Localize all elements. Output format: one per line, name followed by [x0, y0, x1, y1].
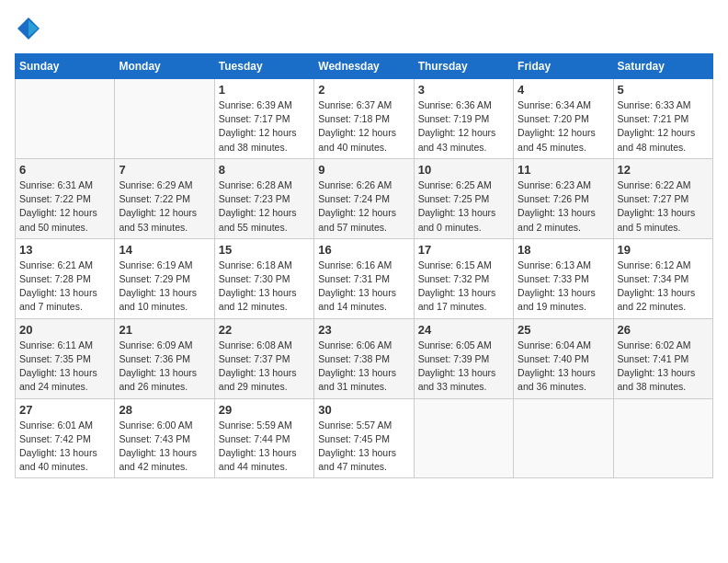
calendar-cell: 23Sunrise: 6:06 AMSunset: 7:38 PMDayligh…	[314, 318, 414, 398]
calendar-cell: 10Sunrise: 6:25 AMSunset: 7:25 PMDayligh…	[414, 158, 513, 238]
page-header	[15, 15, 713, 42]
day-detail: Sunrise: 6:21 AMSunset: 7:28 PMDaylight:…	[19, 259, 110, 315]
day-number: 25	[518, 323, 609, 337]
day-number: 26	[618, 323, 709, 337]
calendar-cell: 4Sunrise: 6:34 AMSunset: 7:20 PMDaylight…	[514, 79, 613, 159]
calendar-cell: 18Sunrise: 6:13 AMSunset: 7:33 PMDayligh…	[514, 238, 613, 318]
logo-icon	[15, 15, 42, 42]
day-number: 18	[518, 243, 609, 257]
calendar-cell: 8Sunrise: 6:28 AMSunset: 7:23 PMDaylight…	[214, 158, 313, 238]
day-detail: Sunrise: 5:59 AMSunset: 7:44 PMDaylight:…	[219, 419, 310, 475]
calendar-week-row: 1Sunrise: 6:39 AMSunset: 7:17 PMDaylight…	[16, 79, 713, 159]
calendar-cell: 2Sunrise: 6:37 AMSunset: 7:18 PMDaylight…	[314, 79, 414, 159]
day-detail: Sunrise: 6:16 AMSunset: 7:31 PMDaylight:…	[318, 259, 409, 315]
day-detail: Sunrise: 6:13 AMSunset: 7:33 PMDaylight:…	[518, 259, 609, 315]
column-header-sunday: Sunday	[16, 54, 115, 79]
calendar-week-row: 27Sunrise: 6:01 AMSunset: 7:42 PMDayligh…	[16, 398, 713, 478]
calendar-cell	[414, 398, 513, 478]
calendar-header-row: SundayMondayTuesdayWednesdayThursdayFrid…	[16, 54, 713, 79]
calendar-cell: 19Sunrise: 6:12 AMSunset: 7:34 PMDayligh…	[613, 238, 712, 318]
day-detail: Sunrise: 6:04 AMSunset: 7:40 PMDaylight:…	[518, 339, 609, 395]
calendar-cell: 1Sunrise: 6:39 AMSunset: 7:17 PMDaylight…	[214, 79, 313, 159]
day-detail: Sunrise: 6:31 AMSunset: 7:22 PMDaylight:…	[19, 178, 110, 235]
calendar-cell: 7Sunrise: 6:29 AMSunset: 7:22 PMDaylight…	[115, 158, 214, 238]
day-detail: Sunrise: 6:18 AMSunset: 7:30 PMDaylight:…	[219, 259, 310, 315]
day-number: 11	[518, 163, 609, 177]
calendar-cell: 14Sunrise: 6:19 AMSunset: 7:29 PMDayligh…	[115, 238, 214, 318]
day-number: 20	[19, 323, 110, 337]
day-number: 22	[219, 323, 310, 337]
day-detail: Sunrise: 6:12 AMSunset: 7:34 PMDaylight:…	[618, 259, 709, 315]
calendar-cell: 16Sunrise: 6:16 AMSunset: 7:31 PMDayligh…	[314, 238, 414, 318]
day-number: 13	[19, 243, 110, 257]
day-detail: Sunrise: 6:33 AMSunset: 7:21 PMDaylight:…	[618, 98, 709, 155]
day-detail: Sunrise: 6:08 AMSunset: 7:37 PMDaylight:…	[219, 339, 310, 395]
day-number: 21	[119, 323, 210, 337]
day-detail: Sunrise: 6:09 AMSunset: 7:36 PMDaylight:…	[119, 339, 210, 395]
day-detail: Sunrise: 6:29 AMSunset: 7:22 PMDaylight:…	[119, 178, 210, 235]
day-number: 14	[119, 243, 210, 257]
day-detail: Sunrise: 6:11 AMSunset: 7:35 PMDaylight:…	[19, 339, 110, 395]
calendar-cell: 3Sunrise: 6:36 AMSunset: 7:19 PMDaylight…	[414, 79, 513, 159]
calendar-week-row: 20Sunrise: 6:11 AMSunset: 7:35 PMDayligh…	[16, 318, 713, 398]
calendar-cell: 22Sunrise: 6:08 AMSunset: 7:37 PMDayligh…	[214, 318, 313, 398]
calendar-week-row: 13Sunrise: 6:21 AMSunset: 7:28 PMDayligh…	[16, 238, 713, 318]
calendar-cell: 20Sunrise: 6:11 AMSunset: 7:35 PMDayligh…	[16, 318, 115, 398]
column-header-tuesday: Tuesday	[214, 54, 313, 79]
day-number: 4	[518, 83, 609, 97]
day-detail: Sunrise: 6:06 AMSunset: 7:38 PMDaylight:…	[318, 339, 409, 395]
calendar-cell: 29Sunrise: 5:59 AMSunset: 7:44 PMDayligh…	[214, 398, 313, 478]
day-detail: Sunrise: 6:37 AMSunset: 7:18 PMDaylight:…	[318, 98, 409, 155]
calendar-cell: 13Sunrise: 6:21 AMSunset: 7:28 PMDayligh…	[16, 238, 115, 318]
day-detail: Sunrise: 6:39 AMSunset: 7:17 PMDaylight:…	[219, 98, 310, 155]
day-detail: Sunrise: 6:19 AMSunset: 7:29 PMDaylight:…	[119, 259, 210, 315]
day-number: 6	[19, 163, 110, 177]
day-detail: Sunrise: 6:25 AMSunset: 7:25 PMDaylight:…	[418, 178, 509, 235]
day-detail: Sunrise: 5:57 AMSunset: 7:45 PMDaylight:…	[318, 419, 409, 475]
calendar-cell: 25Sunrise: 6:04 AMSunset: 7:40 PMDayligh…	[514, 318, 613, 398]
calendar-cell: 28Sunrise: 6:00 AMSunset: 7:43 PMDayligh…	[115, 398, 214, 478]
column-header-monday: Monday	[115, 54, 214, 79]
calendar-cell	[514, 398, 613, 478]
day-number: 19	[618, 243, 709, 257]
day-number: 28	[119, 403, 210, 417]
column-header-wednesday: Wednesday	[314, 54, 414, 79]
calendar-week-row: 6Sunrise: 6:31 AMSunset: 7:22 PMDaylight…	[16, 158, 713, 238]
day-number: 7	[119, 163, 210, 177]
day-detail: Sunrise: 6:00 AMSunset: 7:43 PMDaylight:…	[119, 419, 210, 475]
logo	[15, 15, 44, 42]
day-detail: Sunrise: 6:36 AMSunset: 7:19 PMDaylight:…	[418, 98, 509, 155]
calendar-cell: 17Sunrise: 6:15 AMSunset: 7:32 PMDayligh…	[414, 238, 513, 318]
day-number: 1	[219, 83, 310, 97]
day-number: 15	[219, 243, 310, 257]
day-number: 16	[318, 243, 409, 257]
day-detail: Sunrise: 6:23 AMSunset: 7:26 PMDaylight:…	[518, 178, 609, 235]
column-header-saturday: Saturday	[613, 54, 712, 79]
calendar-cell: 12Sunrise: 6:22 AMSunset: 7:27 PMDayligh…	[613, 158, 712, 238]
day-number: 10	[418, 163, 509, 177]
day-detail: Sunrise: 6:28 AMSunset: 7:23 PMDaylight:…	[219, 178, 310, 235]
day-detail: Sunrise: 6:26 AMSunset: 7:24 PMDaylight:…	[318, 178, 409, 235]
day-number: 2	[318, 83, 409, 97]
calendar-cell	[613, 398, 712, 478]
day-detail: Sunrise: 6:05 AMSunset: 7:39 PMDaylight:…	[418, 339, 509, 395]
calendar-cell: 30Sunrise: 5:57 AMSunset: 7:45 PMDayligh…	[314, 398, 414, 478]
calendar-cell: 11Sunrise: 6:23 AMSunset: 7:26 PMDayligh…	[514, 158, 613, 238]
day-number: 29	[219, 403, 310, 417]
day-number: 12	[618, 163, 709, 177]
column-header-thursday: Thursday	[414, 54, 513, 79]
day-detail: Sunrise: 6:22 AMSunset: 7:27 PMDaylight:…	[618, 178, 709, 235]
calendar-cell: 21Sunrise: 6:09 AMSunset: 7:36 PMDayligh…	[115, 318, 214, 398]
calendar-cell: 24Sunrise: 6:05 AMSunset: 7:39 PMDayligh…	[414, 318, 513, 398]
day-number: 23	[318, 323, 409, 337]
calendar-cell	[16, 79, 115, 159]
day-number: 27	[19, 403, 110, 417]
calendar-cell: 6Sunrise: 6:31 AMSunset: 7:22 PMDaylight…	[16, 158, 115, 238]
day-number: 5	[618, 83, 709, 97]
calendar-cell: 5Sunrise: 6:33 AMSunset: 7:21 PMDaylight…	[613, 79, 712, 159]
column-header-friday: Friday	[514, 54, 613, 79]
day-detail: Sunrise: 6:34 AMSunset: 7:20 PMDaylight:…	[518, 98, 609, 155]
day-detail: Sunrise: 6:02 AMSunset: 7:41 PMDaylight:…	[618, 339, 709, 395]
day-number: 24	[418, 323, 509, 337]
day-number: 30	[318, 403, 409, 417]
